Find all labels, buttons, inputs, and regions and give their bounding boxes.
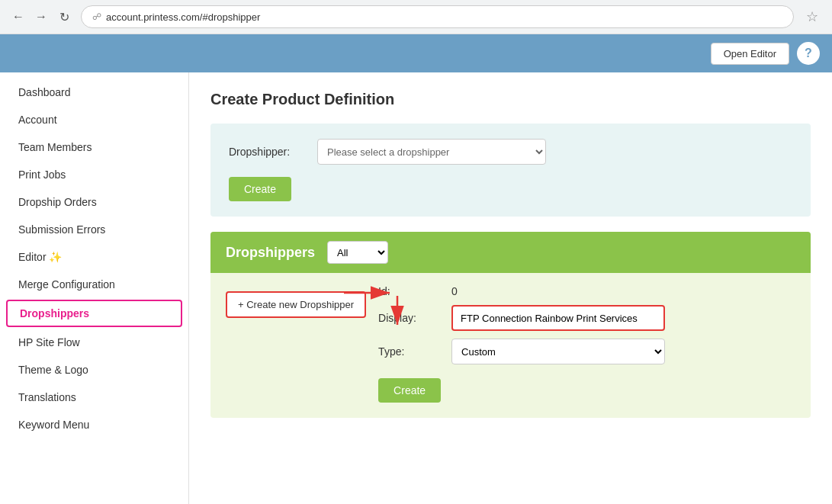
nav-buttons: ← → ↻ — [9, 8, 73, 26]
sidebar-item-label: Account — [18, 114, 57, 126]
sidebar-item-dropship-orders[interactable]: Dropship Orders — [0, 188, 188, 216]
back-button[interactable]: ← — [9, 8, 27, 26]
dropshippers-header: Dropshippers All — [210, 232, 811, 273]
address-bar[interactable]: ☍ account.printess.com/#dropshipper — [81, 5, 794, 28]
dropshipper-select-card: Dropshipper: Please select a dropshipper… — [210, 124, 811, 217]
sidebar-item-dropshippers[interactable]: Dropshippers — [6, 300, 182, 327]
create-button-bottom[interactable]: Create — [378, 378, 441, 403]
id-value: 0 — [451, 285, 458, 297]
reload-button[interactable]: ↻ — [55, 8, 73, 26]
sidebar-item-keyword-menu[interactable]: Keyword Menu — [0, 411, 188, 438]
display-label: Display: — [378, 312, 439, 324]
secure-icon: ☍ — [92, 11, 101, 22]
help-button[interactable]: ? — [797, 42, 820, 65]
sidebar-item-theme-logo[interactable]: Theme & Logo — [0, 356, 188, 384]
sidebar-item-label: Team Members — [18, 141, 92, 153]
sidebar-item-label: Dropship Orders — [18, 196, 97, 208]
url-text: account.printess.com/#dropshipper — [106, 11, 260, 23]
main-content: Create Product Definition Dropshipper: P… — [189, 72, 832, 504]
sidebar-item-dashboard[interactable]: Dashboard — [0, 79, 188, 106]
sidebar-item-hp-site-flow[interactable]: HP Site Flow — [0, 329, 188, 356]
sidebar-item-label: Dropshippers — [20, 307, 89, 319]
dropshipper-select[interactable]: Please select a dropshipper — [317, 139, 546, 165]
sidebar-item-label: Merge Configuration — [18, 278, 115, 291]
create-button-top[interactable]: Create — [229, 177, 291, 201]
dropshipper-row: Dropshipper: Please select a dropshipper — [229, 139, 792, 165]
sidebar-item-label: Print Jobs — [18, 169, 66, 181]
id-label: Id: — [378, 285, 439, 297]
dropshipper-fields: Id: 0 Display: Type: Custom Creat — [378, 285, 795, 403]
dropshippers-body: + Create new Dropshipper — [210, 273, 811, 418]
type-row: Type: Custom — [378, 339, 795, 364]
sidebar-item-editor[interactable]: Editor ✨ — [0, 243, 188, 271]
sidebar-item-label: Editor ✨ — [18, 251, 62, 263]
sidebar-item-label: Submission Errors — [18, 223, 105, 236]
sidebar-item-label: HP Site Flow — [18, 336, 80, 348]
type-label: Type: — [378, 345, 439, 358]
sidebar-item-team-members[interactable]: Team Members — [0, 133, 188, 161]
page-title: Create Product Definition — [210, 91, 811, 108]
filter-select[interactable]: All — [327, 241, 388, 264]
sidebar-item-merge-configuration[interactable]: Merge Configuration — [0, 271, 188, 298]
dropshipper-label: Dropshipper: — [229, 146, 305, 158]
browser-chrome: ← → ↻ ☍ account.printess.com/#dropshippe… — [0, 0, 832, 34]
sidebar-item-label: Dashboard — [18, 86, 71, 98]
sidebar-item-label: Keyword Menu — [18, 419, 89, 431]
display-input[interactable] — [451, 305, 665, 331]
open-editor-button[interactable]: Open Editor — [711, 43, 789, 65]
sidebar: Dashboard Account Team Members Print Job… — [0, 72, 189, 504]
bookmark-button[interactable]: ☆ — [801, 6, 823, 27]
sidebar-item-account[interactable]: Account — [0, 106, 188, 133]
app-layout: Dashboard Account Team Members Print Job… — [0, 72, 832, 504]
id-row: Id: 0 — [378, 285, 795, 297]
app-header: Open Editor ? — [0, 34, 832, 72]
forward-button[interactable]: → — [32, 8, 50, 26]
sidebar-item-translations[interactable]: Translations — [0, 384, 188, 411]
create-new-dropshipper-button[interactable]: + Create new Dropshipper — [226, 291, 366, 318]
sidebar-item-submission-errors[interactable]: Submission Errors — [0, 216, 188, 243]
dropshippers-section: Dropshippers All + Create new Dropshippe… — [210, 232, 811, 418]
sidebar-item-label: Translations — [18, 391, 76, 403]
sidebar-item-label: Theme & Logo — [18, 364, 88, 376]
dropshippers-section-title: Dropshippers — [226, 245, 315, 261]
display-row: Display: — [378, 305, 795, 331]
sidebar-item-print-jobs[interactable]: Print Jobs — [0, 161, 188, 188]
type-select[interactable]: Custom — [451, 339, 665, 364]
create-btn-wrapper: Create — [378, 378, 795, 403]
